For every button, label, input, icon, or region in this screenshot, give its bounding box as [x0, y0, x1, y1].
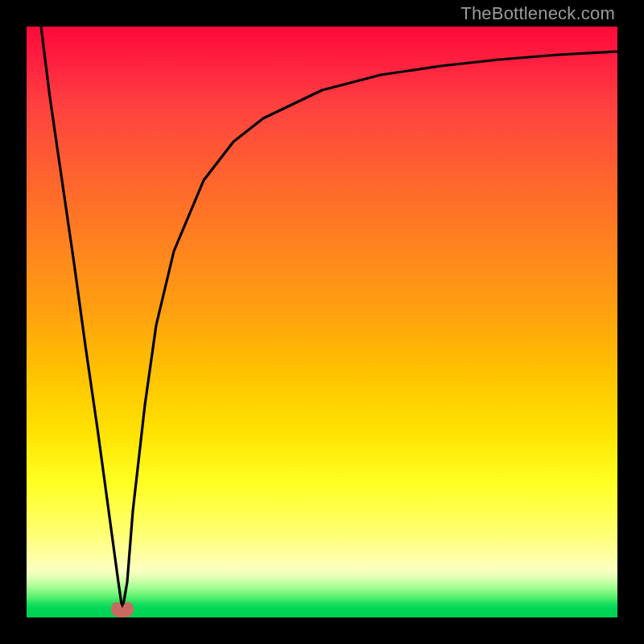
bottleneck-curve: [27, 27, 617, 617]
watermark-text: TheBottleneck.com: [460, 3, 615, 24]
curve-path: [41, 27, 617, 610]
minimum-marker-icon: [110, 601, 134, 617]
blob-shape: [111, 602, 134, 617]
plot-area: [27, 27, 617, 617]
chart-frame: TheBottleneck.com: [0, 0, 644, 644]
